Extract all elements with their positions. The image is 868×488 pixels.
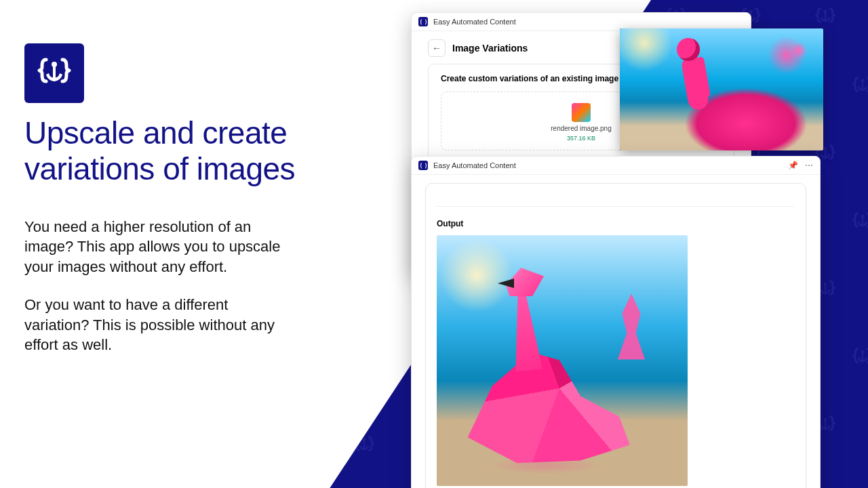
output-toolbar <box>437 190 795 207</box>
page-title: Image Variations <box>452 43 528 54</box>
app-icon <box>418 17 428 26</box>
paragraph-2: Or you want to have a different variatio… <box>24 295 282 355</box>
pattern-anchor-icon <box>851 75 868 98</box>
file-size: 357.16 KB <box>567 135 595 142</box>
uploaded-thumbnail <box>572 103 591 122</box>
output-image-origami-flamingo <box>437 235 688 486</box>
back-button[interactable]: ← <box>428 39 446 57</box>
sample-photo-flamingo <box>620 28 823 150</box>
more-icon[interactable]: ⋯ <box>805 161 813 170</box>
pattern-anchor-icon <box>851 346 868 369</box>
paragraph-1: You need a higher resolution of an image… <box>24 217 282 277</box>
window-title-2: Easy Automated Content <box>433 161 516 169</box>
pin-icon[interactable]: 📌 <box>788 161 798 170</box>
output-label: Output <box>437 219 795 228</box>
pattern-anchor-icon <box>851 210 868 233</box>
output-panel: Output <box>425 183 806 488</box>
file-name: rendered image.png <box>551 125 612 132</box>
brand-logo <box>24 43 84 103</box>
pattern-anchor-icon <box>353 434 376 457</box>
window-titlebar-2: Easy Automated Content 📌 ⋯ <box>412 157 820 175</box>
anchor-braces-icon <box>35 54 73 92</box>
headline: Upscale and create variations of images <box>24 115 377 187</box>
window-title: Easy Automated Content <box>433 18 516 26</box>
app-icon <box>418 161 428 170</box>
screenshot-output-window: Easy Automated Content 📌 ⋯ Output <box>411 156 821 488</box>
